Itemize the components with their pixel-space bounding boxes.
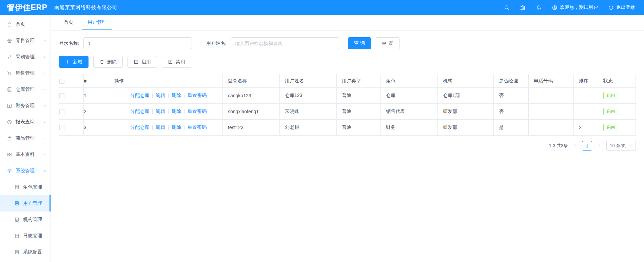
- cell-role: 仓库: [381, 88, 438, 104]
- basic-data-icon: [7, 152, 12, 157]
- cell-manager: 否: [494, 88, 529, 104]
- table-row: 1 分配仓库 编辑 删除 重置密码: [59, 88, 636, 104]
- status-badge[interactable]: 启用: [603, 108, 618, 115]
- col-sort: 排序: [574, 74, 598, 88]
- sidebar-item-sales[interactable]: 销售管理: [0, 65, 51, 81]
- prev-page-button[interactable]: [571, 141, 579, 150]
- assign-warehouse-link[interactable]: 分配仓库: [130, 108, 149, 115]
- sidebar-item-label: 角色管理: [23, 184, 42, 190]
- chevron-right-icon: [597, 144, 601, 148]
- enable-button[interactable]: 启用: [128, 56, 157, 68]
- divider: [184, 125, 184, 130]
- select-all-checkbox[interactable]: [59, 79, 64, 84]
- divider: [152, 94, 153, 98]
- search-icon[interactable]: [504, 5, 510, 11]
- edit-link[interactable]: 编辑: [156, 93, 165, 99]
- chevron-down-icon: [43, 72, 46, 75]
- tab-user-mgmt[interactable]: 用户管理: [82, 15, 112, 30]
- sidebar-item-retail[interactable]: 零售管理: [0, 33, 51, 49]
- sidebar-item-label: 商品管理: [16, 135, 35, 141]
- row-checkbox[interactable]: [59, 109, 64, 114]
- sidebar-item-warehouse[interactable]: 仓库管理: [0, 81, 51, 98]
- query-button[interactable]: 查 询: [348, 37, 371, 49]
- tab-home[interactable]: 首页: [58, 15, 79, 30]
- tab-label: 用户管理: [87, 19, 106, 25]
- page-size-select[interactable]: 10 条/页: [606, 141, 636, 151]
- assign-warehouse-link[interactable]: 分配仓库: [130, 124, 149, 130]
- sidebar-item-role-mgmt[interactable]: 角色管理: [0, 179, 51, 195]
- logout-button[interactable]: 退出登录: [608, 4, 635, 11]
- tab-bar: 首页 用户管理: [51, 15, 644, 31]
- col-org: 机构: [438, 74, 494, 88]
- chevron-down-icon: [43, 39, 46, 43]
- user-name-input[interactable]: [231, 37, 339, 49]
- col-actions: 操作: [114, 74, 223, 88]
- col-status: 状态: [598, 74, 636, 88]
- sidebar-item-label: 系统管理: [16, 168, 35, 174]
- add-button[interactable]: 新增: [59, 56, 89, 68]
- cell-manager: 否: [494, 104, 529, 120]
- sidebar-item-system-config[interactable]: 系统配置: [0, 244, 51, 260]
- divider: [184, 109, 184, 114]
- chevron-down-icon: [43, 153, 46, 157]
- cell-login-name: cangku123: [223, 88, 280, 104]
- status-badge[interactable]: 启用: [603, 92, 618, 99]
- sidebar-item-purchase[interactable]: 采购管理: [0, 49, 51, 65]
- sidebar-item-system[interactable]: 系统管理: [0, 163, 51, 179]
- sidebar-item-label: 用户管理: [23, 200, 42, 206]
- reset-password-link[interactable]: 重置密码: [188, 124, 207, 130]
- pagination-total: 1-3 共3条: [549, 143, 568, 149]
- delete-link[interactable]: 删除: [172, 93, 181, 99]
- disable-button-label: 禁用: [176, 59, 185, 65]
- reset-button[interactable]: 重 置: [376, 37, 400, 49]
- delete-button[interactable]: 删除: [93, 56, 123, 68]
- sidebar-item-finance[interactable]: 财务管理: [0, 98, 51, 114]
- assign-warehouse-link[interactable]: 分配仓库: [130, 93, 149, 99]
- next-page-button[interactable]: [596, 141, 603, 150]
- sidebar-item-org-mgmt[interactable]: 机构管理: [0, 211, 51, 228]
- row-index: 2: [84, 104, 114, 120]
- delete-link[interactable]: 删除: [172, 108, 181, 115]
- user-table: # 操作 登录名称 用户姓名 用户类型 角色 机构 是否经理 电话号码 排序 状…: [59, 74, 636, 136]
- row-checkbox[interactable]: [59, 125, 64, 130]
- sidebar-item-goods[interactable]: 商品管理: [0, 130, 51, 146]
- sidebar-item-label: 基本资料: [16, 152, 35, 158]
- col-user-name: 用户姓名: [280, 74, 337, 88]
- trash-icon: [99, 59, 104, 64]
- bank-icon[interactable]: [520, 5, 526, 11]
- cell-sort: [574, 88, 598, 104]
- logout-label: 退出登录: [616, 4, 635, 11]
- edit-link[interactable]: 编辑: [156, 124, 165, 130]
- bell-icon[interactable]: [536, 5, 542, 11]
- reset-password-link[interactable]: 重置密码: [188, 108, 207, 115]
- enable-button-label: 启用: [141, 59, 151, 65]
- chevron-down-icon: [43, 88, 46, 92]
- login-name-input[interactable]: [83, 37, 192, 49]
- reset-password-link[interactable]: 重置密码: [188, 93, 207, 99]
- sidebar-item-basic-data[interactable]: 基本资料: [0, 146, 51, 163]
- header-actions: 欢迎您，测试用户 退出登录: [504, 4, 635, 11]
- divider: [184, 94, 184, 98]
- welcome-user[interactable]: 欢迎您，测试用户: [552, 4, 598, 11]
- doc-icon: [14, 184, 20, 190]
- delete-link[interactable]: 删除: [172, 124, 181, 130]
- sidebar-item-home[interactable]: 首页: [0, 16, 51, 33]
- doc-icon: [14, 249, 20, 255]
- sidebar-item-report[interactable]: 报表查询: [0, 114, 51, 130]
- doc-icon: [14, 217, 20, 222]
- row-actions: 分配仓库 编辑 删除 重置密码: [114, 93, 222, 99]
- sales-cart-icon: [7, 70, 12, 76]
- row-checkbox[interactable]: [59, 93, 64, 98]
- divider: [168, 94, 169, 98]
- sidebar-item-log-mgmt[interactable]: 日志管理: [0, 228, 51, 244]
- sidebar-item-user-mgmt[interactable]: 用户管理: [0, 195, 51, 211]
- disable-button[interactable]: 禁用: [162, 56, 191, 68]
- cell-role: 销售代表: [381, 104, 438, 120]
- status-badge[interactable]: 启用: [603, 124, 618, 131]
- logout-icon: [608, 5, 614, 11]
- cell-org: 研发部: [438, 104, 494, 120]
- sidebar-item-label: 仓库管理: [16, 86, 35, 93]
- edit-link[interactable]: 编辑: [156, 108, 165, 115]
- page-number-button[interactable]: 1: [582, 141, 592, 151]
- cell-role: 财务: [381, 120, 438, 136]
